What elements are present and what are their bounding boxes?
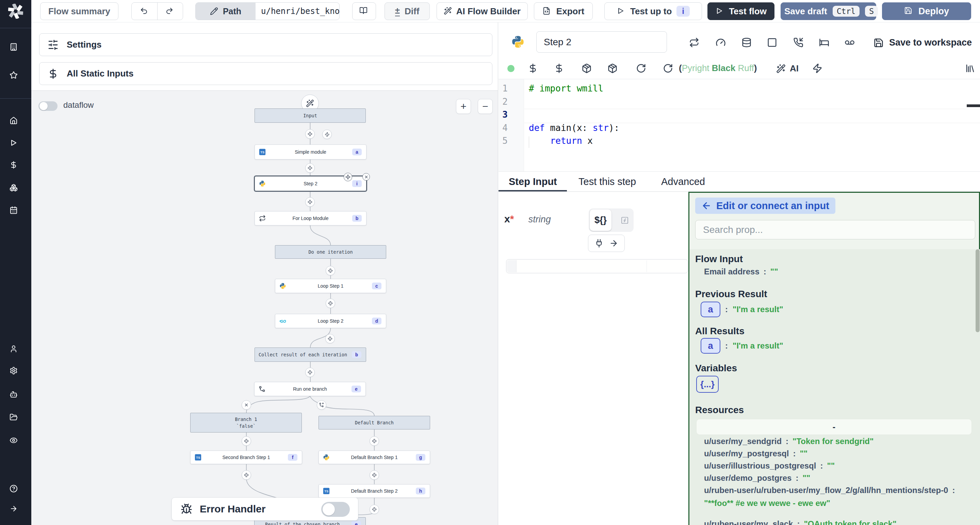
- code-editor[interactable]: 1# import wmill234def main(x: str):5 ret…: [498, 79, 980, 172]
- cache-database-icon[interactable]: [741, 37, 752, 48]
- insert-step-button[interactable]: [325, 334, 335, 343]
- path-field[interactable]: Path u/henri/best_known: [195, 2, 340, 20]
- insert-step-button[interactable]: [369, 436, 379, 446]
- flow-node-input[interactable]: Input: [255, 108, 366, 123]
- flow-node-default-branch-step1[interactable]: Default Branch Step 1 g: [318, 450, 430, 464]
- audit-eye-icon[interactable]: [10, 436, 22, 449]
- all-static-inputs-row[interactable]: All Static Inputs: [39, 62, 492, 85]
- tab-test-this-step[interactable]: Test this step: [579, 172, 636, 192]
- step-name-input[interactable]: [536, 31, 667, 53]
- flow-node-for-loop[interactable]: For Loop Module b: [255, 211, 366, 225]
- path-value[interactable]: u/henri/best_known: [256, 3, 339, 20]
- flow-node-do-one-iteration[interactable]: Do one iteration: [275, 245, 386, 259]
- code-line[interactable]: 5 return x: [498, 136, 980, 149]
- path-label[interactable]: Path: [196, 3, 256, 20]
- insert-step-button[interactable]: [305, 197, 315, 207]
- ai-flow-builder-button[interactable]: AI Flow Builder: [437, 2, 528, 20]
- move-step-button[interactable]: [344, 173, 352, 181]
- variables-dollar-icon[interactable]: [10, 161, 22, 173]
- function-mode-icon[interactable]: [620, 216, 629, 224]
- flow-node-loop-step1[interactable]: Loop Step 1 c: [275, 279, 386, 293]
- docs-book-button[interactable]: [352, 2, 376, 20]
- concurrency-gauge-icon[interactable]: [716, 37, 726, 48]
- error-handler-toggle[interactable]: [321, 502, 350, 517]
- code-line[interactable]: 2: [498, 97, 980, 109]
- resource-row[interactable]: u/user/my_sendgrid:"Token for sendgrid": [704, 436, 873, 446]
- flow-summary-button[interactable]: Flow summary: [40, 2, 118, 20]
- flow-node-loop-step2[interactable]: Loop Step 2 d: [275, 314, 386, 328]
- test-up-to-button[interactable]: Test up toi: [605, 2, 702, 20]
- previous-result-row[interactable]: a:"I'm a result": [701, 301, 783, 317]
- resource-row[interactable]: u/user/my_postgresql:"": [704, 449, 808, 458]
- scrollbar-thumb[interactable]: [975, 249, 980, 332]
- resource-row[interactable]: u/user/demo_postgres:"": [704, 473, 810, 483]
- add-resource-icon[interactable]: [554, 63, 564, 73]
- search-prop-input[interactable]: [695, 220, 975, 240]
- variables-badge[interactable]: {...}: [696, 376, 719, 393]
- insert-step-button[interactable]: [326, 266, 335, 275]
- code-line[interactable]: 3: [498, 109, 980, 122]
- save-to-workspace-button[interactable]: Save to workspace: [873, 37, 972, 48]
- add-variable-icon[interactable]: [528, 63, 538, 73]
- flow-input-row[interactable]: Email address:"": [704, 267, 778, 276]
- remove-branch-button[interactable]: [242, 400, 251, 410]
- runs-play-icon[interactable]: [10, 139, 22, 151]
- flow-node-second-branch-step1[interactable]: Second Branch Step 1 f: [190, 450, 302, 464]
- help-icon[interactable]: [10, 485, 22, 497]
- early-stop-square-icon[interactable]: [767, 37, 777, 48]
- flow-node-default-branch-step2[interactable]: Default Branch Step 2 h: [318, 484, 430, 498]
- trigger-zap-button[interactable]: [322, 130, 332, 139]
- settings-gear-icon[interactable]: [10, 366, 22, 379]
- save-draft-button[interactable]: Save draftCtrlS: [781, 2, 876, 20]
- tab-step-input[interactable]: Step Input: [509, 172, 557, 192]
- favorites-star-icon[interactable]: [10, 71, 22, 83]
- code-line[interactable]: 1# import wmill: [498, 83, 980, 96]
- schedules-calendar-icon[interactable]: [10, 206, 22, 218]
- add-branch-button[interactable]: [317, 400, 326, 410]
- reload-icon[interactable]: [636, 63, 646, 73]
- zoom-out-button[interactable]: −: [478, 99, 493, 114]
- workers-bot-icon[interactable]: [10, 390, 22, 403]
- error-handler-bar[interactable]: Error Handler: [172, 498, 358, 520]
- insert-step-button[interactable]: [369, 504, 379, 514]
- package-icon[interactable]: [582, 63, 592, 73]
- insert-step-button[interactable]: [242, 436, 251, 446]
- insert-step-button[interactable]: [369, 470, 379, 480]
- resource-filter-bar[interactable]: -: [696, 419, 972, 435]
- arg-value-input[interactable]: [506, 259, 688, 273]
- resource-row[interactable]: u/ruben-user/u/ruben-user/my_flow_2/g/al…: [704, 485, 959, 508]
- template-mode-chip[interactable]: ${}: [590, 209, 611, 231]
- users-icon[interactable]: [10, 345, 22, 357]
- connect-input-button[interactable]: [588, 235, 625, 252]
- workspace-icon[interactable]: [10, 43, 22, 55]
- windmill-logo[interactable]: [8, 4, 23, 19]
- test-flow-button[interactable]: Test flow: [708, 2, 775, 20]
- ai-gen-button[interactable]: AI: [776, 63, 799, 74]
- deploy-button[interactable]: Deploy: [882, 2, 971, 20]
- export-button[interactable]: Export: [534, 2, 593, 20]
- undo-button[interactable]: [132, 3, 158, 20]
- all-results-row[interactable]: a:"I'm a result": [701, 338, 783, 354]
- dataflow-toggle[interactable]: [38, 102, 57, 111]
- retries-repeat-icon[interactable]: [689, 37, 699, 48]
- tab-advanced[interactable]: Advanced: [661, 172, 705, 192]
- flow-node-run-one-branch[interactable]: Run one branch e: [254, 382, 366, 396]
- zoom-in-button[interactable]: +: [456, 99, 471, 114]
- flow-node-simple-module[interactable]: Simple module a: [255, 144, 366, 159]
- folders-icon[interactable]: [10, 413, 22, 425]
- delete-step-button[interactable]: [363, 173, 370, 181]
- resources-boxes-icon[interactable]: [10, 184, 22, 196]
- diff-button[interactable]: ±Diff: [385, 2, 430, 20]
- flow-node-default-branch[interactable]: Default Branch: [318, 416, 430, 430]
- flow-settings-row[interactable]: Settings: [39, 33, 492, 56]
- flow-node-branch1[interactable]: Branch 1 `false`: [190, 413, 302, 433]
- resource-row[interactable]: u/user/illustrious_postgresql:"": [704, 461, 835, 471]
- expand-sidebar-icon[interactable]: [10, 504, 22, 517]
- package-icon[interactable]: [608, 63, 617, 73]
- home-icon[interactable]: [10, 117, 22, 129]
- mock-voicemail-icon[interactable]: [845, 37, 855, 48]
- lightning-icon[interactable]: [812, 63, 822, 73]
- insert-step-button[interactable]: [305, 129, 315, 139]
- code-line[interactable]: 4def main(x: str):: [498, 123, 980, 136]
- suspend-phone-icon[interactable]: [793, 37, 803, 48]
